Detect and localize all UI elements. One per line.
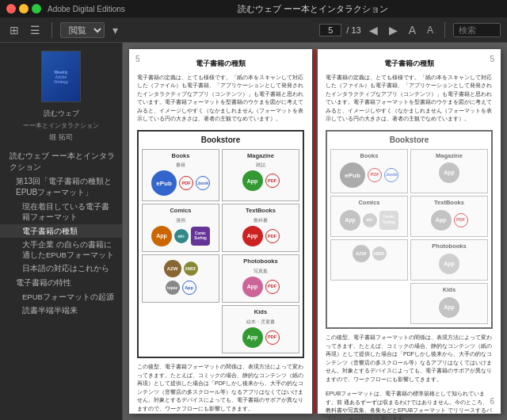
toc-item-2[interactable]: 現在着目している電子書籍フォーマット (0, 200, 122, 224)
bookstore-diagram-left: Bookstore Books 書籍 ePub PDF .book (137, 130, 304, 359)
r-comic-surfing-bubble: Comic Surfing (379, 211, 398, 230)
r-pdf-bubble-text: PDF (454, 213, 468, 227)
right-page: 5 電子書籍の種類 電子書籍の定義は、とても様様です。「紙の本をスキャンして対応… (318, 49, 501, 414)
r-textbooks-cell: TextBooks App PDF (410, 196, 488, 237)
topaz-bubble: topaz (166, 281, 180, 295)
r-app-bubble-kids: App (439, 297, 459, 318)
minimize-button[interactable] (19, 4, 29, 13)
left-page-number: 5 (135, 54, 140, 65)
book-bubble: .book (196, 176, 210, 190)
app-bubble-text: App (242, 226, 263, 246)
toc-item-5[interactable]: 日本語の対応はこれから (0, 262, 122, 275)
prev-page-icon[interactable]: ◀ (366, 22, 381, 38)
toc-item-6[interactable]: 電子書籍の特性 (0, 276, 122, 290)
r-book-bubble: .book (384, 168, 398, 182)
toolbar-sep-2 (444, 22, 445, 38)
r-xmdf-bubble: XMDF (372, 246, 387, 261)
comics-cell: Comics 漫画 App ebi- Comic Surfing (142, 204, 219, 252)
author-label: 堀 拓司 (0, 132, 122, 143)
content-area[interactable]: 5 電子書籍の種類 電子書籍の定義は、とても様様です。「紙の本をスキャンして対応… (123, 43, 507, 420)
ebi-bubble: ebi- (174, 229, 189, 243)
font-size-large-icon[interactable]: A (424, 23, 436, 37)
r-comics-cell: Comics App ebi- Comic Surfing (330, 196, 408, 237)
magazine-cell: Magazine 雑誌 App PDF (222, 149, 299, 202)
pdf-bubble-text: PDF (265, 229, 280, 243)
toolbar: ⊞ ☰ 閲覧 ▾ / 13 ◀ ▶ A A (0, 17, 507, 43)
comic-surfing-bubble: Comic Surfing (191, 227, 210, 246)
r-epub-bubble: ePub (340, 162, 365, 188)
r-azw-bubble: AZW (353, 245, 370, 262)
pdf-bubble-kids: PDF (265, 330, 280, 345)
r-app-bubble-mag: App (439, 162, 459, 183)
xmdf-bubble: XMDF (184, 262, 198, 276)
azw-cell: AZW XMDF topaz App (142, 254, 219, 303)
main-layout: Weekly Adobe Strategy 読むウェブ ーー本とインタラクション… (0, 43, 507, 420)
app-bubble-photo: App (242, 277, 263, 297)
close-button[interactable] (6, 4, 16, 13)
books-cell: Books 書籍 ePub PDF .book (142, 149, 219, 202)
r-kids-cell: Kids App (410, 283, 488, 324)
window-title: 読むウェブ ーー本とインタラクション (125, 3, 501, 15)
bookstore-grid-right: Books ePub PDF .book Magazine App (330, 149, 488, 325)
textbooks-cell: TextBooks 教科書 App PDF (222, 204, 299, 252)
r-magazine-cell: Magazine App (410, 149, 488, 194)
right-page-body1: 電子書籍の定義は、とても様様です。「紙の本をスキャンして対応した（ファイル）も電… (326, 74, 493, 124)
list-view-icon[interactable]: ☰ (27, 22, 44, 38)
bookstore-diagram-right: Bookstore Books ePub PDF .book Magazine (326, 130, 493, 330)
window-controls (6, 4, 41, 13)
right-page-body2: この後型、電子書籍フォーマットの間係は、表現方法によって変わってきます。たとえば… (326, 334, 493, 384)
view-mode-dropdown[interactable]: 閲覧 (60, 22, 105, 38)
r-app-bubble-comics: App (340, 210, 360, 231)
right-page-title: 電子書籍の種類 (326, 59, 493, 69)
r-app-bubble-text: App (431, 210, 452, 231)
app-bubble-comics: App (151, 226, 172, 246)
dropdown-arrow-icon[interactable]: ▾ (109, 22, 121, 38)
r-photobooks-cell: Photobooks App (410, 239, 488, 281)
r-azw-cell: AZW XMDF (330, 239, 408, 281)
pdf-bubble-books: PDF (179, 176, 193, 190)
page-separator (314, 49, 316, 414)
page-total: / 13 (346, 25, 360, 35)
maximize-button[interactable] (32, 4, 41, 13)
toolbar-separator (51, 22, 52, 38)
r-books-cell: Books ePub PDF .book (330, 149, 408, 194)
app-name: Adobe Digital Editions (48, 5, 125, 13)
next-page-icon[interactable]: ▶ (386, 22, 401, 38)
sidebar: Weekly Adobe Strategy 読むウェブ ーー本とインタラクション… (0, 43, 123, 420)
page-number-input[interactable] (319, 24, 341, 36)
toc-item-1[interactable]: 第13回「電子書籍の種類とEPUBフォーマット」 (0, 174, 122, 200)
search-input[interactable] (453, 23, 501, 37)
epub-bubble: ePub (151, 170, 177, 196)
grid-view-icon[interactable]: ⊞ (6, 22, 22, 38)
app-outline-bubble: App (182, 281, 196, 295)
title-bar: Adobe Digital Editions 読むウェブ ーー本とインタラクショ… (0, 0, 507, 17)
bookstore-grid-left: Books 書籍 ePub PDF .book Magazine 雑誌 (142, 149, 299, 354)
photobooks-cell: Photobooks 写真集 App PDF (222, 254, 299, 303)
r-pdf-bubble: PDF (368, 168, 382, 182)
azw-bubble: AZW (164, 260, 181, 277)
left-page-body1: 電子書籍の定義は、とても様様です。「紙の本をスキャンして対応した（ファイル）も電… (137, 74, 304, 124)
pdf-bubble-photo: PDF (265, 280, 280, 294)
toc-item-7[interactable]: EPUBフォーマットの起源 (0, 290, 122, 304)
toc-item-8[interactable]: 読書半端半端来 (0, 304, 122, 317)
kids-cell: Kids 絵本・児童書 App PDF (222, 305, 299, 353)
bookstore-title-right: Bookstore (330, 135, 488, 146)
bookstore-title-left: Bookstore (142, 135, 299, 146)
pdf-bubble-mag: PDF (265, 174, 280, 188)
left-page-body2: この後型、電子書籍フォーマットの間係は、表現方法によって変わってきます。たとえば… (137, 363, 304, 413)
book-title-sidebar: 読むウェブ (0, 107, 122, 120)
r-ebi-bubble: ebi- (363, 213, 377, 227)
left-page-title: 電子書籍の種類 (137, 59, 304, 69)
toc-item-0[interactable]: 読むウェブ ーー本とインタラクション (0, 149, 122, 174)
font-size-icon[interactable]: A (406, 22, 419, 38)
book-subtitle-sidebar: ーー本とインタラクション (0, 120, 122, 131)
page-container: 5 電子書籍の種類 電子書籍の定義は、とても様様です。「紙の本をスキャンして対応… (123, 43, 507, 420)
left-page: 5 電子書籍の種類 電子書籍の定義は、とても様様です。「紙の本をスキャンして対応… (129, 49, 312, 414)
toc-item-4[interactable]: 大手企業 の自らの書籍に適したEPUBフォーマット (0, 238, 122, 262)
book-thumbnail: Weekly Adobe Strategy (41, 51, 81, 102)
table-of-contents: 読むウェブ ーー本とインタラクション 第13回「電子書籍の種類とEPUBフォーマ… (0, 146, 122, 320)
right-page-next-number: 6 (490, 396, 494, 407)
right-page-number: 5 (490, 54, 494, 65)
toc-item-3[interactable]: 電子書籍の種類 (0, 224, 122, 238)
app-bubble-kids: App (242, 327, 263, 348)
